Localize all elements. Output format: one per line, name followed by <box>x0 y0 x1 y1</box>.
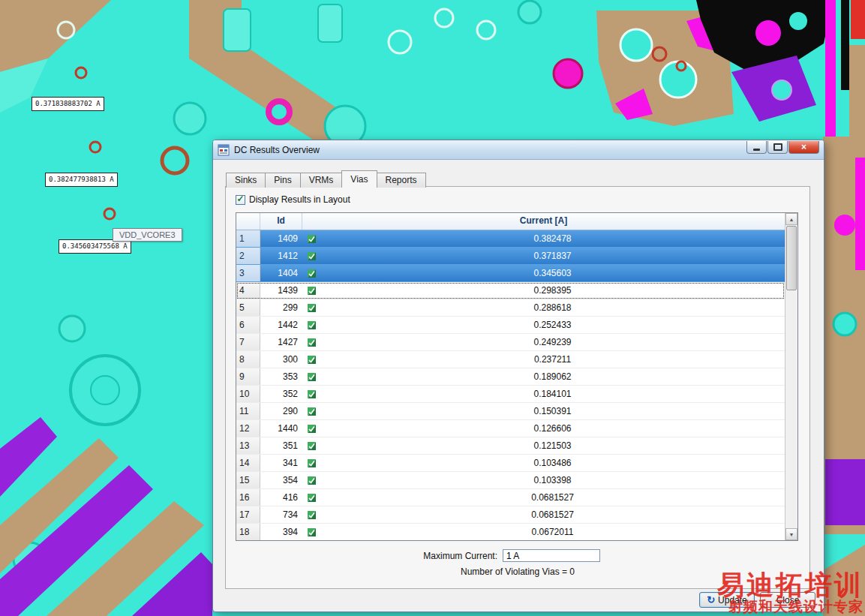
via-id: 290 <box>260 403 302 419</box>
table-row[interactable]: 12 1440 0.126606 <box>236 420 785 437</box>
row-number: 11 <box>236 403 260 419</box>
table-row[interactable]: 4 1439 0.298395 <box>236 282 785 299</box>
via-status-icon <box>302 455 320 471</box>
row-number: 6 <box>236 317 260 333</box>
tab-sinks[interactable]: Sinks <box>226 173 266 188</box>
row-number: 13 <box>236 437 260 454</box>
minimize-icon <box>753 149 760 151</box>
table-row[interactable]: 13 351 0.121503 <box>236 437 785 455</box>
via-current: 0.150391 <box>320 403 785 419</box>
table-row[interactable]: 14 341 0.103486 <box>236 455 785 472</box>
tab-reports[interactable]: Reports <box>377 173 426 188</box>
via-current: 0.0672011 <box>320 524 785 540</box>
via-current: 0.121503 <box>320 437 785 454</box>
vertical-scrollbar[interactable]: ▲ ▼ <box>785 213 797 540</box>
via-id: 734 <box>260 506 302 523</box>
via-current: 0.237211 <box>320 351 785 368</box>
display-results-label: Display Results in Layout <box>249 194 350 205</box>
tab-vias[interactable]: Vias <box>341 170 377 188</box>
row-number: 4 <box>236 282 260 299</box>
via-id: 1404 <box>260 265 302 281</box>
current-annotation-label: 0.371838883702 A <box>32 97 104 111</box>
update-refresh-icon: ↻ <box>707 595 715 605</box>
via-id: 300 <box>260 351 302 368</box>
maximize-button[interactable] <box>767 141 788 154</box>
dialog-titlebar[interactable]: DC Results Overview × <box>213 140 824 160</box>
via-status-icon <box>302 282 320 299</box>
table-row[interactable]: 11 290 0.150391 <box>236 403 785 420</box>
header-row-number[interactable] <box>236 213 260 230</box>
display-results-row: ✓ Display Results in Layout <box>236 194 350 205</box>
max-current-input[interactable] <box>503 549 600 562</box>
row-number: 5 <box>236 299 260 316</box>
scroll-down-button[interactable]: ▼ <box>785 528 797 540</box>
via-status-icon <box>302 368 320 385</box>
row-number: 9 <box>236 368 260 385</box>
table-row[interactable]: 17 734 0.0681527 <box>236 506 785 524</box>
maximize-icon <box>773 143 782 151</box>
via-status-icon <box>302 403 320 419</box>
via-status-icon <box>302 472 320 488</box>
header-id[interactable]: Id <box>260 213 302 230</box>
vias-table: Id Current [A] 1 1409 0.382478 2 1412 <box>236 212 798 541</box>
via-current: 0.103398 <box>320 472 785 488</box>
table-row[interactable]: 9 353 0.189062 <box>236 368 785 386</box>
table-row[interactable]: 8 300 0.237211 <box>236 351 785 368</box>
scroll-up-button[interactable]: ▲ <box>785 213 797 225</box>
dialog-title: DC Results Overview <box>234 145 320 155</box>
close-button[interactable]: Close <box>760 592 815 608</box>
table-row[interactable]: 16 416 0.0681527 <box>236 489 785 506</box>
table-row[interactable]: 10 352 0.184101 <box>236 386 785 403</box>
current-annotation-label: 0.382477938813 A <box>45 173 118 187</box>
check-icon: ✓ <box>236 194 244 203</box>
table-row[interactable]: 7 1427 0.249239 <box>236 334 785 351</box>
tab-vrms[interactable]: VRMs <box>300 173 343 188</box>
row-number: 14 <box>236 455 260 471</box>
arrow-down-icon: ▼ <box>789 532 794 537</box>
via-current: 0.0681527 <box>320 489 785 506</box>
via-status-icon <box>302 524 320 540</box>
close-window-button[interactable]: × <box>788 141 819 154</box>
via-current: 0.249239 <box>320 334 785 350</box>
tab-pins[interactable]: Pins <box>265 173 300 188</box>
update-button[interactable]: ↻ Update <box>699 592 755 608</box>
scrollbar-track[interactable] <box>785 225 797 528</box>
table-header: Id Current [A] <box>236 213 785 230</box>
minimize-button[interactable] <box>746 141 767 154</box>
row-number: 18 <box>236 524 260 540</box>
via-current: 0.382478 <box>320 230 785 247</box>
row-number: 15 <box>236 472 260 488</box>
via-current: 0.189062 <box>320 368 785 385</box>
scrollbar-thumb[interactable] <box>786 226 797 290</box>
via-status-icon <box>302 506 320 523</box>
app-icon <box>218 144 230 156</box>
via-id: 1412 <box>260 248 302 264</box>
update-button-label: Update <box>718 595 747 605</box>
vias-tab-page: ✓ Display Results in Layout Id Current [… <box>225 186 810 589</box>
header-current[interactable]: Current [A] <box>302 213 785 230</box>
via-id: 341 <box>260 455 302 471</box>
via-id: 299 <box>260 299 302 316</box>
table-row[interactable]: 1 1409 0.382478 <box>236 230 785 248</box>
via-id: 1440 <box>260 420 302 437</box>
dialog-buttons: ↻ Update Close <box>699 592 815 608</box>
table-row[interactable]: 15 354 0.103398 <box>236 472 785 489</box>
violations-text: Number of Violating Vias = 0 <box>226 566 809 577</box>
table-row[interactable]: 3 1404 0.345603 <box>236 265 785 282</box>
via-status-icon <box>302 334 320 350</box>
via-current: 0.126606 <box>320 420 785 437</box>
table-row[interactable]: 2 1412 0.371837 <box>236 248 785 265</box>
via-id: 1427 <box>260 334 302 350</box>
display-results-checkbox[interactable]: ✓ <box>236 195 245 205</box>
via-id: 351 <box>260 437 302 454</box>
via-status-icon <box>302 230 320 247</box>
table-row[interactable]: 6 1442 0.252433 <box>236 317 785 334</box>
vias-table-body: 1 1409 0.382478 2 1412 0.371837 3 1404 <box>236 230 785 541</box>
table-row[interactable]: 5 299 0.288618 <box>236 299 785 317</box>
via-current: 0.345603 <box>320 265 785 281</box>
via-status-icon <box>302 248 320 264</box>
via-current: 0.103486 <box>320 455 785 471</box>
row-number: 3 <box>236 265 260 281</box>
table-row[interactable]: 18 394 0.0672011 <box>236 524 785 541</box>
close-button-label: Close <box>776 595 800 605</box>
